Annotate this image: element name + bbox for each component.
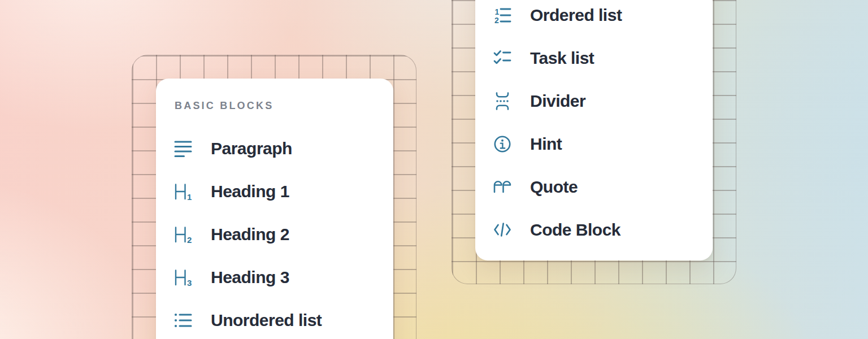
menu-item-ordered-list[interactable]: 12Ordered list <box>475 0 713 37</box>
menu-item-quote[interactable]: Quote <box>475 166 713 208</box>
menu-item-label: Unordered list <box>211 311 322 330</box>
section-label-basic-blocks: BASIC BLOCKS <box>175 100 274 112</box>
menu-item-heading-3[interactable]: 3Heading 3 <box>156 256 393 299</box>
svg-text:1: 1 <box>187 192 192 202</box>
menu-item-label: Heading 3 <box>211 268 289 287</box>
menu-item-divider[interactable]: Divider <box>475 80 713 123</box>
svg-text:3: 3 <box>187 278 192 288</box>
menu-item-hint[interactable]: Hint <box>475 123 713 166</box>
menu-item-label: Task list <box>530 49 594 68</box>
background-gradient: BASIC BLOCKS Paragraph1Heading 12Heading… <box>0 0 868 339</box>
menu-item-code-block[interactable]: Code Block <box>475 208 713 251</box>
menu-item-task-list[interactable]: Task list <box>475 37 713 80</box>
code-block-icon <box>493 220 512 240</box>
paragraph-icon <box>173 139 193 158</box>
heading-1-icon: 1 <box>173 182 193 201</box>
menu-item-paragraph[interactable]: Paragraph <box>156 127 393 170</box>
svg-text:1: 1 <box>495 7 500 16</box>
svg-text:2: 2 <box>494 16 499 25</box>
task-list-icon <box>493 49 512 68</box>
heading-2-icon: 2 <box>173 225 193 244</box>
menu-item-label: Divider <box>530 92 585 111</box>
unordered-list-icon <box>173 311 193 330</box>
basic-blocks-panel: BASIC BLOCKS Paragraph1Heading 12Heading… <box>156 79 393 339</box>
menu-item-label: Code Block <box>530 220 620 240</box>
menu-item-label: Ordered list <box>530 6 622 25</box>
blocks-panel-continued: 12Ordered listTask listDividerHintQuoteC… <box>475 0 713 260</box>
menu-item-label: Paragraph <box>211 139 292 158</box>
menu-item-label: Quote <box>530 177 578 197</box>
hint-icon <box>493 134 512 154</box>
svg-text:2: 2 <box>187 235 192 245</box>
heading-3-icon: 3 <box>173 268 193 287</box>
menu-item-label: Heading 1 <box>211 182 289 201</box>
divider-icon <box>493 92 512 111</box>
quote-icon <box>493 177 512 197</box>
menu-item-unordered-list[interactable]: Unordered list <box>156 299 393 339</box>
menu-item-heading-1[interactable]: 1Heading 1 <box>156 170 393 213</box>
menu-item-label: Hint <box>530 134 562 154</box>
menu-item-heading-2[interactable]: 2Heading 2 <box>156 213 393 256</box>
ordered-list-icon: 12 <box>493 6 512 25</box>
menu-item-label: Heading 2 <box>211 225 289 244</box>
